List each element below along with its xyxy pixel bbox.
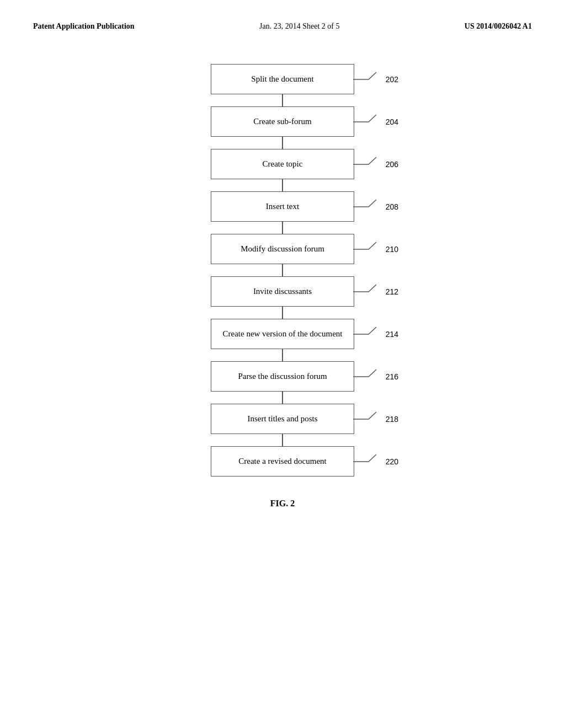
- step-220: Create a revised document220: [211, 446, 354, 477]
- box-step-214: Create new version of the document: [211, 319, 354, 349]
- header-center: Jan. 23, 2014 Sheet 2 of 5: [259, 22, 339, 31]
- ref-step-216: 216: [353, 368, 398, 385]
- ref-step-218: 218: [353, 411, 398, 427]
- ref-text-step-218: 218: [386, 415, 398, 424]
- box-step-216: Parse the discussion forum: [211, 361, 354, 392]
- connector-4: [282, 264, 283, 276]
- ref-text-step-210: 210: [386, 245, 398, 254]
- ref-step-208: 208: [353, 199, 398, 215]
- box-step-212: Invite discussants: [211, 276, 354, 307]
- step-218: Insert titles and posts218: [211, 404, 354, 434]
- step-212: Invite discussants212: [211, 276, 354, 307]
- box-step-206: Create topic: [211, 149, 354, 179]
- box-step-204: Create sub-forum: [211, 106, 354, 137]
- connector-8: [282, 434, 283, 446]
- step-202: Split the document202: [211, 64, 354, 94]
- ref-step-206: 206: [353, 156, 398, 173]
- step-214: Create new version of the document214: [211, 319, 354, 349]
- ref-text-step-220: 220: [386, 457, 398, 466]
- figure-label: FIG. 2: [33, 499, 532, 508]
- page: Patent Application Publication Jan. 23, …: [0, 0, 565, 728]
- page-header: Patent Application Publication Jan. 23, …: [33, 22, 532, 31]
- connector-2: [282, 179, 283, 191]
- box-step-220: Create a revised document: [211, 446, 354, 477]
- ref-text-step-206: 206: [386, 160, 398, 169]
- connector-3: [282, 222, 283, 234]
- step-208: Insert text208: [211, 191, 354, 222]
- flowchart-diagram: Split the document202Create sub-forum204…: [33, 64, 532, 477]
- box-step-218: Insert titles and posts: [211, 404, 354, 434]
- ref-step-220: 220: [353, 453, 398, 470]
- ref-step-214: 214: [353, 326, 398, 342]
- step-210: Modify discussion forum210: [211, 234, 354, 264]
- box-step-208: Insert text: [211, 191, 354, 222]
- connector-1: [282, 137, 283, 149]
- ref-text-step-212: 212: [386, 287, 398, 296]
- box-step-202: Split the document: [211, 64, 354, 94]
- ref-text-step-208: 208: [386, 202, 398, 211]
- connector-5: [282, 307, 283, 319]
- connector-6: [282, 349, 283, 361]
- ref-text-step-216: 216: [386, 372, 398, 381]
- ref-step-204: 204: [353, 114, 398, 130]
- connector-7: [282, 392, 283, 404]
- step-206: Create topic206: [211, 149, 354, 179]
- step-216: Parse the discussion forum216: [211, 361, 354, 392]
- box-step-210: Modify discussion forum: [211, 234, 354, 264]
- ref-step-210: 210: [353, 241, 398, 258]
- ref-text-step-204: 204: [386, 117, 398, 126]
- ref-text-step-214: 214: [386, 330, 398, 339]
- header-left: Patent Application Publication: [33, 22, 135, 31]
- connector-0: [282, 94, 283, 106]
- ref-text-step-202: 202: [386, 75, 398, 84]
- ref-step-202: 202: [353, 71, 398, 88]
- ref-step-212: 212: [353, 283, 398, 300]
- header-right: US 2014/0026042 A1: [465, 22, 532, 31]
- step-204: Create sub-forum204: [211, 106, 354, 137]
